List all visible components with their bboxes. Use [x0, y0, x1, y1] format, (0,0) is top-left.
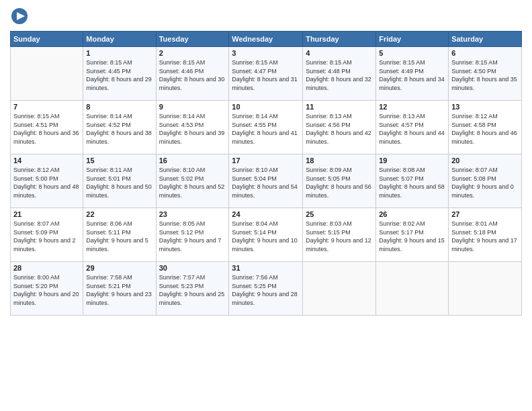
calendar-cell: 2 Sunrise: 8:15 AMSunset: 4:46 PMDayligh… [156, 47, 229, 101]
day-number: 10 [232, 103, 300, 111]
day-number: 24 [232, 210, 300, 218]
day-detail: Sunrise: 8:15 AMSunset: 4:47 PMDaylight:… [232, 58, 300, 92]
day-number: 23 [159, 210, 226, 218]
calendar-cell: 30 Sunrise: 7:57 AMSunset: 5:23 PMDaylig… [156, 262, 229, 316]
calendar-container: SundayMondayTuesdayWednesdayThursdayFrid… [0, 0, 532, 411]
day-number: 14 [13, 156, 80, 165]
day-detail: Sunrise: 8:15 AMSunset: 4:49 PMDaylight:… [379, 58, 445, 92]
day-number: 4 [306, 49, 373, 57]
calendar-cell: 14 Sunrise: 8:12 AMSunset: 5:00 PMDaylig… [11, 154, 83, 208]
calendar-cell: 12 Sunrise: 8:13 AMSunset: 4:57 PMDaylig… [376, 101, 449, 154]
day-number: 6 [451, 49, 519, 57]
day-detail: Sunrise: 8:15 AMSunset: 4:46 PMDaylight:… [159, 58, 226, 92]
day-detail: Sunrise: 8:14 AMSunset: 4:55 PMDaylight:… [232, 112, 300, 146]
day-number: 12 [379, 103, 445, 111]
day-number: 11 [306, 103, 373, 111]
calendar-cell: 22 Sunrise: 8:06 AMSunset: 5:11 PMDaylig… [83, 208, 156, 262]
day-number: 30 [159, 264, 226, 272]
calendar-week-row: 28 Sunrise: 8:00 AMSunset: 5:20 PMDaylig… [11, 262, 522, 316]
day-detail: Sunrise: 8:07 AMSunset: 5:08 PMDaylight:… [451, 166, 519, 199]
day-number: 28 [13, 264, 80, 272]
calendar-cell: 4 Sunrise: 8:15 AMSunset: 4:48 PMDayligh… [303, 47, 376, 101]
calendar-cell: 3 Sunrise: 8:15 AMSunset: 4:47 PMDayligh… [229, 47, 303, 101]
day-number: 22 [86, 210, 152, 218]
calendar-cell: 13 Sunrise: 8:12 AMSunset: 4:58 PMDaylig… [449, 101, 522, 154]
calendar-cell: 28 Sunrise: 8:00 AMSunset: 5:20 PMDaylig… [11, 262, 83, 316]
day-number: 19 [379, 156, 445, 165]
day-detail: Sunrise: 8:12 AMSunset: 4:58 PMDaylight:… [451, 112, 519, 146]
calendar-header-row: SundayMondayTuesdayWednesdayThursdayFrid… [11, 32, 522, 47]
day-number: 21 [13, 210, 80, 218]
day-number: 7 [13, 103, 80, 111]
day-detail: Sunrise: 7:58 AMSunset: 5:21 PMDaylight:… [86, 273, 152, 307]
day-detail: Sunrise: 8:15 AMSunset: 4:45 PMDaylight:… [86, 58, 152, 92]
calendar-cell: 6 Sunrise: 8:15 AMSunset: 4:50 PMDayligh… [449, 47, 522, 101]
calendar-week-row: 7 Sunrise: 8:15 AMSunset: 4:51 PMDayligh… [11, 101, 522, 154]
calendar-cell: 24 Sunrise: 8:04 AMSunset: 5:14 PMDaylig… [229, 208, 303, 262]
calendar-cell: 11 Sunrise: 8:13 AMSunset: 4:56 PMDaylig… [303, 101, 376, 154]
day-header-wednesday: Wednesday [229, 32, 303, 47]
calendar-cell: 16 Sunrise: 8:10 AMSunset: 5:02 PMDaylig… [156, 154, 229, 208]
calendar-cell: 18 Sunrise: 8:09 AMSunset: 5:05 PMDaylig… [303, 154, 376, 208]
day-detail: Sunrise: 8:10 AMSunset: 5:04 PMDaylight:… [232, 166, 300, 199]
day-detail: Sunrise: 8:05 AMSunset: 5:12 PMDaylight:… [159, 220, 226, 253]
calendar-cell [376, 262, 449, 316]
day-header-friday: Friday [376, 32, 449, 47]
day-number: 26 [379, 210, 445, 218]
day-number: 9 [159, 103, 226, 111]
day-number: 2 [159, 49, 226, 57]
day-number: 13 [451, 103, 519, 111]
calendar-cell: 26 Sunrise: 8:02 AMSunset: 5:17 PMDaylig… [376, 208, 449, 262]
calendar-week-row: 21 Sunrise: 8:07 AMSunset: 5:09 PMDaylig… [11, 208, 522, 262]
calendar-cell: 25 Sunrise: 8:03 AMSunset: 5:15 PMDaylig… [303, 208, 376, 262]
day-header-saturday: Saturday [449, 32, 522, 47]
calendar-cell [449, 262, 522, 316]
day-detail: Sunrise: 8:08 AMSunset: 5:07 PMDaylight:… [379, 166, 445, 199]
calendar-cell: 10 Sunrise: 8:14 AMSunset: 4:55 PMDaylig… [229, 101, 303, 154]
day-number: 15 [86, 156, 152, 165]
day-detail: Sunrise: 8:09 AMSunset: 5:05 PMDaylight:… [306, 166, 373, 199]
calendar-cell: 8 Sunrise: 8:14 AMSunset: 4:52 PMDayligh… [83, 101, 156, 154]
day-detail: Sunrise: 8:15 AMSunset: 4:48 PMDaylight:… [306, 58, 373, 92]
calendar-cell: 9 Sunrise: 8:14 AMSunset: 4:53 PMDayligh… [156, 101, 229, 154]
day-detail: Sunrise: 8:13 AMSunset: 4:56 PMDaylight:… [306, 112, 373, 146]
calendar-cell [303, 262, 376, 316]
day-detail: Sunrise: 7:57 AMSunset: 5:23 PMDaylight:… [159, 273, 226, 307]
day-number: 31 [232, 264, 300, 272]
day-detail: Sunrise: 8:15 AMSunset: 4:50 PMDaylight:… [451, 58, 519, 92]
calendar-cell: 31 Sunrise: 7:56 AMSunset: 5:25 PMDaylig… [229, 262, 303, 316]
day-number: 16 [159, 156, 226, 165]
day-number: 8 [86, 103, 152, 111]
day-detail: Sunrise: 8:15 AMSunset: 4:51 PMDaylight:… [13, 112, 80, 146]
logo [10, 7, 32, 26]
day-detail: Sunrise: 8:06 AMSunset: 5:11 PMDaylight:… [86, 220, 152, 253]
day-detail: Sunrise: 8:11 AMSunset: 5:01 PMDaylight:… [86, 166, 152, 199]
day-detail: Sunrise: 8:04 AMSunset: 5:14 PMDaylight:… [232, 220, 300, 253]
calendar-table: SundayMondayTuesdayWednesdayThursdayFrid… [10, 31, 522, 316]
calendar-cell: 5 Sunrise: 8:15 AMSunset: 4:49 PMDayligh… [376, 47, 449, 101]
day-detail: Sunrise: 7:56 AMSunset: 5:25 PMDaylight:… [232, 273, 300, 307]
calendar-week-row: 1 Sunrise: 8:15 AMSunset: 4:45 PMDayligh… [11, 47, 522, 101]
calendar-week-row: 14 Sunrise: 8:12 AMSunset: 5:00 PMDaylig… [11, 154, 522, 208]
day-number: 17 [232, 156, 300, 165]
header [10, 7, 522, 26]
calendar-cell: 15 Sunrise: 8:11 AMSunset: 5:01 PMDaylig… [83, 154, 156, 208]
day-detail: Sunrise: 8:12 AMSunset: 5:00 PMDaylight:… [13, 166, 80, 199]
day-number: 5 [379, 49, 445, 57]
calendar-cell: 29 Sunrise: 7:58 AMSunset: 5:21 PMDaylig… [83, 262, 156, 316]
logo-icon [10, 7, 29, 26]
day-number: 27 [451, 210, 519, 218]
calendar-cell: 21 Sunrise: 8:07 AMSunset: 5:09 PMDaylig… [11, 208, 83, 262]
day-detail: Sunrise: 8:14 AMSunset: 4:53 PMDaylight:… [159, 112, 226, 146]
day-detail: Sunrise: 8:07 AMSunset: 5:09 PMDaylight:… [13, 220, 80, 253]
day-detail: Sunrise: 8:13 AMSunset: 4:57 PMDaylight:… [379, 112, 445, 146]
day-number: 29 [86, 264, 152, 272]
day-header-thursday: Thursday [303, 32, 376, 47]
day-header-sunday: Sunday [11, 32, 83, 47]
day-number: 25 [306, 210, 373, 218]
calendar-cell: 20 Sunrise: 8:07 AMSunset: 5:08 PMDaylig… [449, 154, 522, 208]
calendar-cell: 23 Sunrise: 8:05 AMSunset: 5:12 PMDaylig… [156, 208, 229, 262]
calendar-cell: 17 Sunrise: 8:10 AMSunset: 5:04 PMDaylig… [229, 154, 303, 208]
day-number: 20 [451, 156, 519, 165]
calendar-cell: 19 Sunrise: 8:08 AMSunset: 5:07 PMDaylig… [376, 154, 449, 208]
